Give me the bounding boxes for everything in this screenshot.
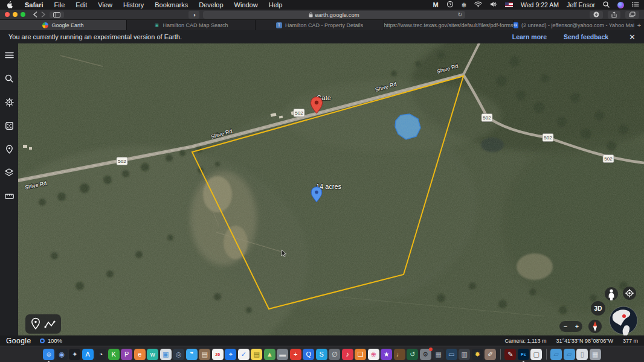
dock-documents-icon[interactable]: ▯ <box>576 349 588 360</box>
voyager-icon[interactable] <box>4 97 14 107</box>
tab-trec-pdf[interactable]: ★ https://www.trec.texas.gov/sites/defau… <box>384 20 514 30</box>
tab-hamilton-cad-property-details[interactable]: T Hamilton CAD - Property Details <box>256 20 384 30</box>
dock-music-icon[interactable]: ♪ <box>342 349 353 360</box>
forward-button[interactable] <box>41 11 46 17</box>
dock-launchpad-icon[interactable]: ✦ <box>69 349 80 360</box>
dock-first-aid-icon[interactable]: + <box>290 349 301 360</box>
tab-google-earth[interactable]: Google Earth <box>0 20 127 30</box>
learn-more-link[interactable]: Learn more <box>512 33 547 40</box>
address-bar[interactable]: earth.google.com ↻ <box>203 11 465 19</box>
tab-yahoo-mail[interactable]: ✉ (2 unread) - jeffensor@yahoo.com - Yah… <box>514 20 634 30</box>
minimize-window-button[interactable] <box>13 12 18 17</box>
zoom-out-button[interactable]: − <box>564 323 567 330</box>
wifi-icon[interactable] <box>474 1 482 8</box>
dock-remote-desktop-icon[interactable]: ▭ <box>446 349 457 360</box>
spotlight-icon[interactable] <box>603 1 610 9</box>
dock-app-store-icon[interactable]: A <box>82 349 94 360</box>
dock-no-sign-icon[interactable]: ∅ <box>329 349 340 360</box>
dock-finder-icon[interactable]: ☺ <box>43 349 54 360</box>
m-logo-icon[interactable]: M <box>433 1 439 8</box>
menu-bookmarks[interactable]: Bookmarks <box>149 1 193 8</box>
reload-icon[interactable]: ↻ <box>457 11 462 17</box>
dock-calendar-icon[interactable]: 26 <box>212 349 224 360</box>
pegman-button[interactable] <box>605 287 618 300</box>
main-menu-icon[interactable] <box>4 49 14 60</box>
dock-photo-booth-icon[interactable]: ▦ <box>433 349 444 360</box>
siri-icon[interactable] <box>617 2 624 8</box>
menu-history[interactable]: History <box>118 1 149 8</box>
dock-messages-icon[interactable]: ❞ <box>186 349 198 360</box>
back-button[interactable] <box>33 11 37 17</box>
menu-view[interactable]: View <box>92 1 118 8</box>
tab-overview-button[interactable] <box>625 11 639 19</box>
privacy-report-button[interactable]: ◑ <box>188 11 199 19</box>
dock-e-app-icon[interactable]: e <box>134 349 146 360</box>
3d-button[interactable]: 3D <box>591 301 605 316</box>
dock-system-preferences-icon[interactable]: ⚙ <box>420 349 431 360</box>
downloads-button[interactable] <box>590 11 603 19</box>
close-window-button[interactable] <box>5 12 10 17</box>
dock-time-machine-icon[interactable]: ↺ <box>407 349 418 360</box>
volume-icon[interactable] <box>490 1 497 8</box>
notification-center-icon[interactable] <box>632 1 639 8</box>
dock-p-app-icon[interactable]: P <box>121 349 132 360</box>
dock-selection-app-icon[interactable]: ▢ <box>530 349 542 360</box>
dock-dvd-player-icon[interactable]: ◎ <box>173 349 184 360</box>
dock-garageband-icon[interactable]: ♩ <box>394 349 405 360</box>
measure-ruler-icon[interactable] <box>4 191 14 202</box>
dock-contacts-icon[interactable]: ▤ <box>199 349 210 360</box>
dock-pen-app-icon[interactable]: ✎ <box>504 349 516 360</box>
menu-develop[interactable]: Develop <box>193 1 228 8</box>
menu-edit[interactable]: Edit <box>70 1 92 8</box>
user-menu[interactable]: Jeff Ensor <box>567 1 595 8</box>
airport-icon[interactable]: ✻ <box>462 2 466 8</box>
zoom-window-button[interactable] <box>21 12 25 17</box>
apple-menu-icon[interactable] <box>5 1 13 8</box>
menu-help[interactable]: Help <box>263 1 288 8</box>
banner-close-icon[interactable]: ✕ <box>629 33 636 42</box>
share-button[interactable] <box>608 11 620 19</box>
dock-safari-icon[interactable]: ⌖ <box>225 349 236 360</box>
menu-safari[interactable]: Safari <box>19 1 49 8</box>
dock-photos-icon[interactable]: ❀ <box>368 349 379 360</box>
dock-skype-icon[interactable]: S <box>316 349 327 360</box>
dock-maps-icon[interactable]: ▲ <box>264 349 275 360</box>
menu-window[interactable]: Window <box>229 1 263 8</box>
dock-trash-icon[interactable]: ▦ <box>590 349 601 360</box>
map-style-layers-icon[interactable] <box>4 167 14 178</box>
dock-quicktime-icon[interactable]: Q <box>303 349 314 360</box>
earth-status-bar: Google 100% Camera: 1,113 m 31°41'33"N 9… <box>0 335 644 346</box>
dock-photoshop-icon[interactable]: Ps <box>518 349 529 360</box>
dock-sparkle-app-icon[interactable]: ✸ <box>472 349 483 360</box>
new-tab-button[interactable]: + <box>634 20 644 30</box>
feeling-lucky-dice-icon[interactable] <box>4 120 14 131</box>
search-icon[interactable] <box>4 73 14 84</box>
time-machine-menu-icon[interactable] <box>446 1 454 9</box>
sidebar-toggle-button[interactable] <box>50 11 64 18</box>
dock-preview-icon[interactable]: ▣ <box>160 349 172 360</box>
my-places-icon[interactable] <box>4 144 14 154</box>
dock-gauge-icon[interactable]: ◔ <box>95 349 106 360</box>
input-language-flag-icon[interactable] <box>505 2 513 7</box>
dock-siri-icon[interactable]: ◉ <box>56 349 68 360</box>
zoom-in-button[interactable]: + <box>575 323 579 330</box>
dock-truck-app-icon[interactable]: ▬ <box>277 349 288 360</box>
my-location-button[interactable] <box>623 287 636 300</box>
dock-notes-icon[interactable]: ▤ <box>251 349 262 360</box>
menu-clock[interactable]: Wed 9:22 AM <box>521 1 559 8</box>
dock-imovie-icon[interactable]: ★ <box>381 349 392 360</box>
compass-button[interactable] <box>588 320 602 333</box>
send-feedback-link[interactable]: Send feedback <box>564 33 608 40</box>
dock-folder-2-icon[interactable]: ▱ <box>564 349 575 360</box>
dock-archive-icon[interactable]: ▥ <box>459 349 470 360</box>
dock-w-app-icon[interactable]: w <box>147 349 158 360</box>
dock-k-app-icon[interactable]: K <box>108 349 120 360</box>
dock-folder-1-icon[interactable]: ▱ <box>550 349 562 360</box>
menu-file[interactable]: File <box>49 1 71 8</box>
dock-gimp-icon[interactable]: ✐ <box>485 349 496 360</box>
tab-hamilton-cad-map-search[interactable]: ▣ Hamilton CAD Map Search <box>127 20 256 30</box>
satellite-map[interactable]: 502 502 502 502 502 Shive Rd Shive Rd Sh… <box>18 43 644 335</box>
dock-reminders-icon[interactable]: ✓ <box>238 349 250 360</box>
map-viewport[interactable]: 502 502 502 502 502 Shive Rd Shive Rd Sh… <box>18 43 644 335</box>
dock-books-icon[interactable]: ❏ <box>355 349 366 360</box>
